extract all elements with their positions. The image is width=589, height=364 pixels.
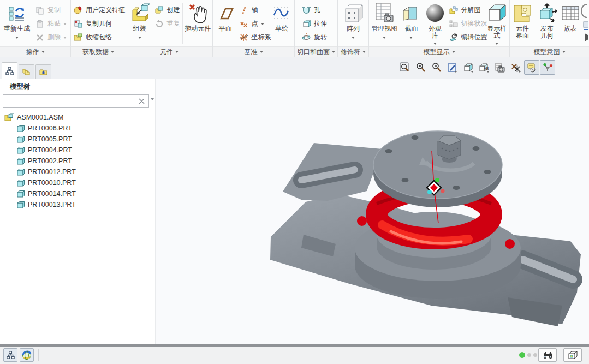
navigator-panel: 模型树 ASM0001.ASM PRT0006.PRT — [0, 79, 156, 344]
model-tree-tab-icon — [5, 67, 14, 75]
exploded-view-button[interactable]: 分解图 — [447, 3, 485, 17]
point-button[interactable]: 点 — [237, 17, 270, 31]
tree-row-part[interactable]: PRT00010.PRT — [0, 177, 156, 188]
appearance-gallery-button[interactable]: 外观库 — [423, 1, 447, 46]
clipped-icon-fragments — [581, 1, 588, 45]
clear-search-button[interactable] — [135, 98, 148, 104]
dropdown-arrow-icon[interactable] — [409, 37, 413, 39]
status-green-dot — [519, 352, 525, 358]
group-label-operations[interactable]: 操作 — [0, 46, 70, 57]
hole-button[interactable]: 孔 — [300, 3, 337, 17]
plane-button[interactable]: 平面 — [213, 1, 237, 32]
group-label-get-data[interactable]: 获取数据 — [71, 46, 126, 57]
drag-handle-green-dot[interactable] — [435, 178, 439, 182]
tab-model-tree[interactable] — [2, 62, 17, 79]
drag-handle-cyan-dot[interactable] — [427, 190, 432, 194]
component-interface-button[interactable]: 元件界面 — [510, 1, 534, 39]
group-label-model-intent[interactable]: 模型意图 — [510, 46, 589, 57]
group-label-component[interactable]: 元件 — [126, 46, 212, 57]
drag-components-button[interactable]: 拖动元件 — [184, 1, 212, 32]
search-model-button[interactable] — [538, 348, 557, 362]
sketch-button[interactable]: 草绘 — [270, 1, 294, 32]
group-label-modifiers[interactable]: 修饰符 — [338, 46, 368, 57]
plane-label: 平面 — [219, 25, 232, 32]
tab-folder-browser[interactable] — [19, 64, 34, 79]
ribbon-group-model-intent: 元件界面 发布几何 族表 — [510, 0, 589, 57]
ribbon-group-cut-surface: 孔 拉伸 旋转 切口和曲面 — [295, 0, 338, 57]
toggle-model-tree-button[interactable] — [3, 348, 17, 362]
dropdown-arrow-icon[interactable] — [15, 37, 19, 39]
tab-favorites[interactable] — [35, 64, 51, 79]
extrude-button[interactable]: 拉伸 — [300, 17, 337, 31]
display-style-button[interactable]: 显示样式 — [485, 1, 509, 46]
copy-label: 复制 — [47, 5, 61, 15]
group-label-text: 模型意图 — [534, 47, 560, 57]
create-button[interactable]: 创建 — [153, 3, 181, 17]
section-button[interactable]: 截面 — [400, 1, 423, 40]
tree-row-part[interactable]: PRT00013.PRT — [0, 199, 156, 210]
browser-globe-icon — [22, 350, 32, 360]
dropdown-arrow-icon[interactable] — [495, 43, 498, 45]
group-label-datum[interactable]: 基准 — [213, 46, 294, 57]
edit-position-button[interactable]: 编辑位置 — [447, 31, 485, 44]
tree-item-label: PRT00013.PRT — [28, 201, 76, 208]
tree-row-part[interactable]: PRT0002.PRT — [0, 156, 156, 166]
zoom-out-button[interactable] — [429, 60, 444, 75]
search-input[interactable] — [3, 96, 135, 106]
udf-button[interactable]: 用户定义特征 — [72, 3, 126, 17]
publish-geometry-button[interactable]: 发布几何 — [534, 1, 560, 39]
datum-display-button[interactable] — [508, 60, 523, 75]
datum-display-icon — [510, 62, 521, 73]
dropdown-arrow-icon[interactable] — [261, 23, 264, 25]
repaint-button[interactable] — [445, 60, 460, 75]
view-manager-button[interactable] — [492, 60, 508, 75]
saved-views-button[interactable]: AB — [477, 60, 492, 75]
revolve-button[interactable]: 旋转 — [300, 31, 337, 44]
tree-row-part[interactable]: PRT0004.PRT — [0, 145, 156, 156]
tree-row-part[interactable]: PRT0006.PRT — [0, 123, 156, 134]
tree-row-part[interactable]: PRT0005.PRT — [0, 134, 156, 145]
ribbon-group-model-display: 管理视图 截面 外观库 — [369, 0, 510, 57]
display-style-toolbar-button[interactable] — [461, 60, 476, 75]
copy-geometry-icon — [74, 19, 83, 28]
dropdown-arrow-icon — [260, 51, 263, 53]
tree-item-label: PRT0006.PRT — [28, 124, 72, 132]
drag-handle-red-dot[interactable] — [441, 189, 445, 193]
pattern-button[interactable]: 阵列 — [339, 1, 367, 40]
refit-button[interactable] — [397, 60, 413, 75]
selection-filter-button[interactable] — [563, 348, 582, 362]
axis-button[interactable]: 轴 — [237, 3, 270, 17]
assemble-button[interactable]: 组装 — [127, 1, 153, 40]
toggle-browser-button[interactable] — [20, 348, 34, 362]
ribbon: 重新生成 复制 粘贴 删除 — [0, 0, 589, 57]
group-label-text: 元件 — [160, 47, 173, 57]
dropdown-arrow-icon[interactable] — [383, 37, 386, 39]
copy-geometry-button[interactable]: 复制几何 — [72, 17, 126, 31]
dropdown-arrow-icon[interactable] — [433, 43, 437, 45]
zoom-in-button[interactable] — [413, 60, 429, 75]
search-dropdown-arrow-icon[interactable] — [151, 98, 154, 100]
dropdown-arrow-icon — [111, 51, 114, 53]
group-label-cut-surface[interactable]: 切口和曲面 — [295, 46, 337, 57]
section-icon — [400, 3, 422, 25]
group-label-model-display[interactable]: 模型显示 — [369, 46, 509, 57]
graphics-viewport[interactable] — [156, 79, 589, 344]
tree-item-label: PRT0005.PRT — [28, 135, 72, 143]
shrinkwrap-button[interactable]: 收缩包络 — [72, 31, 126, 44]
statusbar-separator — [514, 349, 514, 361]
tree-row-part[interactable]: PRT00014.PRT — [0, 188, 156, 199]
regenerate-button[interactable]: 重新生成 — [1, 1, 33, 40]
paste-label: 粘贴 — [47, 19, 61, 28]
dropdown-arrow-icon[interactable] — [352, 37, 355, 39]
copy-geometry-label: 复制几何 — [86, 19, 112, 28]
tree-row-part[interactable]: PRT00012.PRT — [0, 166, 156, 177]
spin-center-button[interactable] — [540, 60, 555, 75]
manage-views-button[interactable]: 管理视图 — [370, 1, 400, 40]
family-table-button[interactable]: 族表 — [560, 1, 581, 32]
tree-row-assembly[interactable]: ASM0001.ASM — [0, 112, 156, 123]
dropdown-arrow-icon[interactable] — [138, 37, 141, 39]
annotation-display-button[interactable] — [524, 60, 539, 75]
dropdown-arrow-icon — [562, 51, 566, 53]
copy-icon — [35, 6, 44, 15]
csys-button[interactable]: 坐标系 — [237, 31, 270, 44]
